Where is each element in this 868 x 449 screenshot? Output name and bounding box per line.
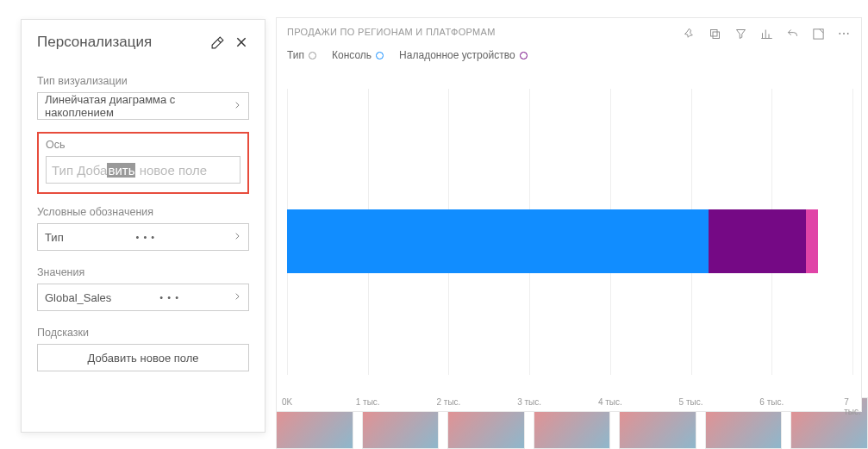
more-options-icon[interactable]: ⋯ [837, 27, 851, 41]
plot-area [287, 89, 852, 375]
axis-label: Ось [46, 139, 240, 151]
values-value: Global_Sales [45, 291, 111, 304]
undo-icon[interactable] [785, 27, 799, 41]
legend-item-console[interactable]: Консоль [332, 49, 384, 61]
stacked-bar[interactable] [287, 209, 818, 273]
panel-title: Персонализация [37, 34, 152, 51]
tick-label: 6 тыс. [759, 397, 784, 407]
tick-label: 0K [282, 397, 292, 407]
tick-label: 3 тыс. [517, 397, 541, 407]
chevron-right-icon [233, 290, 241, 305]
axis-ghost-text: Тип Добавить новое поле [52, 163, 207, 178]
legend-item-handheld[interactable]: Наладонное устройство [399, 49, 527, 61]
axis-highlight: Ось Тип Добавить новое поле [37, 132, 249, 194]
filter-icon[interactable] [734, 27, 747, 41]
viz-type-value: Линейчатая диаграмма с накоплением [45, 93, 233, 119]
chart-visual[interactable]: ПРОДАЖИ ПО РЕГИОНАМ И ПЛАТФОРМАМ ⋯ Тип К… [276, 17, 862, 412]
svg-rect-1 [710, 29, 717, 36]
chevron-right-icon [233, 99, 241, 114]
close-icon[interactable] [234, 34, 249, 50]
values-field[interactable]: Global_Sales • • • [37, 284, 249, 311]
legend-label: Условные обозначения [37, 206, 249, 218]
copy-icon[interactable] [708, 27, 721, 41]
personalization-panel: Персонализация Тип визуализации Линейчат… [21, 19, 265, 433]
legend-swatch [520, 52, 528, 59]
viz-type-field[interactable]: Линейчатая диаграмма с накоплением [37, 92, 249, 120]
values-label: Значения [37, 266, 249, 278]
add-field-button[interactable]: Добавить новое поле [37, 344, 249, 371]
tick-label: 2 тыс. [436, 397, 460, 407]
legend-field[interactable]: Тип • • • [37, 223, 249, 251]
bar-segment-other[interactable] [806, 209, 818, 273]
panel-header: Персонализация [37, 34, 249, 51]
legend-value: Тип [45, 231, 64, 244]
chart-toolbar: ⋯ [682, 27, 851, 41]
axis-field[interactable]: Тип Добавить новое поле [46, 156, 240, 184]
pin-icon[interactable] [682, 27, 696, 41]
legend-swatch [376, 52, 384, 59]
tick-label: 7 тыс. [844, 397, 861, 416]
tick-label: 1 тыс. [356, 397, 380, 407]
eraser-icon[interactable] [209, 34, 225, 50]
legend-title: Тип [287, 49, 316, 61]
tick-label: 5 тыс. [679, 397, 703, 407]
bar-segment-console[interactable] [287, 209, 709, 273]
analytics-icon[interactable] [759, 27, 773, 41]
tooltips-label: Подсказки [37, 327, 249, 339]
chart-legend: Тип Консоль Наладонное устройство [277, 41, 861, 66]
svg-rect-2 [813, 28, 822, 38]
bar-segment-handheld[interactable] [709, 209, 806, 273]
viz-type-label: Тип визуализации [37, 75, 249, 87]
chevron-right-icon [233, 230, 241, 245]
svg-rect-0 [713, 32, 720, 39]
tick-label: 4 тыс. [598, 397, 622, 407]
chart-title: ПРОДАЖИ ПО РЕГИОНАМ И ПЛАТФОРМАМ [287, 27, 496, 37]
more-icon[interactable]: • • • [136, 232, 156, 242]
focus-icon[interactable] [811, 27, 825, 41]
more-icon[interactable]: • • • [159, 292, 179, 302]
